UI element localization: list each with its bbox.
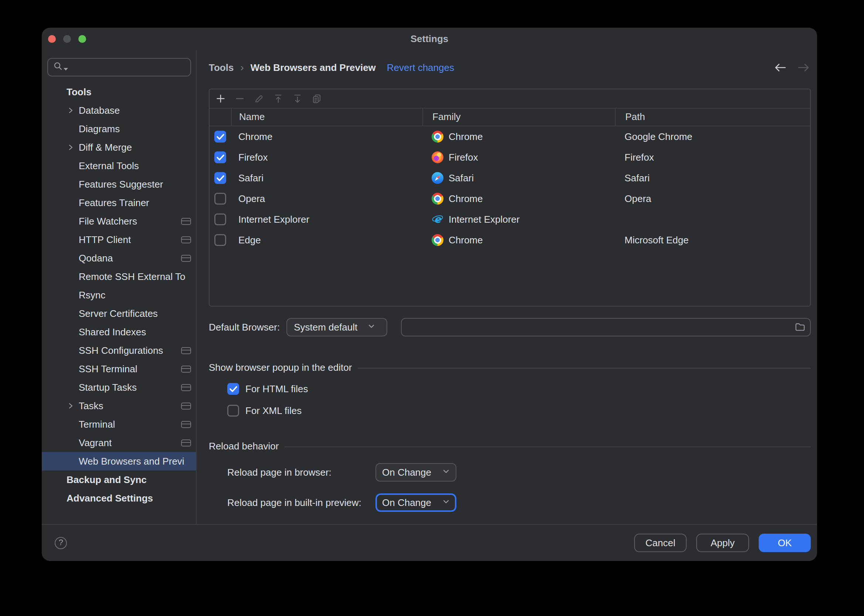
sidebar-item[interactable]: Terminal	[42, 415, 196, 434]
sidebar-item[interactable]: Web Browsers and Previ	[42, 452, 196, 470]
chevron-right-icon[interactable]	[66, 106, 79, 115]
sidebar-item[interactable]: Features Suggester	[42, 175, 196, 193]
browser-path-input[interactable]	[406, 322, 795, 333]
sidebar-item[interactable]: HTTP Client	[42, 231, 196, 249]
browser-enabled-checkbox[interactable]	[214, 172, 226, 184]
browser-enabled-checkbox[interactable]	[214, 151, 226, 163]
popup-group-title: Show browser popup in the editor	[209, 362, 352, 373]
sidebar-item[interactable]: Backup and Sync	[42, 470, 196, 489]
table-row[interactable]: Safari Safari Safari	[209, 168, 810, 189]
sidebar-item[interactable]: Diagrams	[42, 119, 196, 138]
browse-folder-button[interactable]	[795, 322, 806, 333]
back-arrow-icon[interactable]	[773, 62, 787, 74]
option-checkbox[interactable]	[227, 383, 239, 395]
reload-combobox[interactable]: On Change	[375, 493, 456, 512]
sidebar-item-label: Shared Indexes	[79, 327, 146, 338]
forward-arrow-icon[interactable]	[797, 62, 811, 74]
browser-family: Firefox	[449, 152, 478, 163]
table-row[interactable]: Opera Chrome Opera	[209, 189, 810, 209]
default-browser-combobox[interactable]: System default	[286, 318, 387, 336]
settings-sidebar: Tools Database Diagrams Diff & Merge Ext…	[42, 50, 197, 524]
add-button[interactable]	[216, 93, 226, 104]
search-icon	[53, 61, 63, 74]
sidebar-item[interactable]: Vagrant	[42, 434, 196, 452]
sidebar-item[interactable]: Features Trainer	[42, 193, 196, 212]
sidebar-item[interactable]: Rsync	[42, 286, 196, 304]
browser-enabled-checkbox[interactable]	[214, 234, 226, 246]
table-row[interactable]: Chrome Chrome Google Chrome	[209, 126, 810, 147]
sidebar-item[interactable]: SSH Terminal	[42, 360, 196, 378]
reload-group: Reload behavior Reload page in browser: …	[209, 440, 811, 512]
default-browser-label: Default Browser:	[209, 322, 280, 333]
dialog-footer: ? Cancel Apply OK	[42, 524, 817, 561]
edit-button[interactable]	[254, 93, 264, 104]
combobox-value: System default	[294, 322, 357, 333]
sidebar-item[interactable]: Remote SSH External To	[42, 267, 196, 286]
sidebar-item[interactable]: External Tools	[42, 157, 196, 175]
project-level-icon	[181, 236, 191, 244]
browser-family-icon	[432, 234, 444, 246]
table-row[interactable]: Firefox Firefox Firefox	[209, 147, 810, 168]
table-row[interactable]: Edge Chrome Microsoft Edge	[209, 230, 810, 250]
project-level-icon	[181, 347, 191, 354]
sidebar-item-label: Server Certificates	[79, 308, 158, 319]
reload-combobox[interactable]: On Change	[375, 463, 456, 482]
sidebar-item[interactable]: Tools	[42, 83, 196, 101]
browser-family-icon	[432, 172, 444, 184]
revert-changes-link[interactable]: Revert changes	[387, 62, 454, 74]
sidebar-item[interactable]: Advanced Settings	[42, 489, 196, 508]
sidebar-item[interactable]: Server Certificates	[42, 304, 196, 323]
breadcrumb: Tools › Web Browsers and Preview Revert …	[209, 58, 811, 77]
search-filter-caret-icon[interactable]	[64, 68, 68, 71]
browser-enabled-checkbox[interactable]	[214, 193, 226, 204]
column-header-path: Path	[615, 108, 810, 126]
settings-search-box[interactable]	[47, 58, 191, 77]
option-label: For HTML files	[246, 383, 308, 395]
project-level-icon	[181, 421, 191, 428]
remove-button[interactable]	[234, 93, 245, 104]
titlebar[interactable]: Settings	[42, 28, 817, 50]
sidebar-item[interactable]: Startup Tasks	[42, 378, 196, 397]
reload-rows: Reload page in browser: On Change Reload…	[209, 463, 811, 512]
sidebar-item[interactable]: File Watchers	[42, 212, 196, 231]
table-row[interactable]: Internet Explorer e Internet Explorer	[209, 209, 810, 230]
firefox-icon	[432, 151, 444, 163]
sidebar-item-label: Vagrant	[79, 437, 112, 449]
sidebar-item[interactable]: Diff & Merge	[42, 138, 196, 157]
duplicate-button[interactable]	[312, 93, 322, 104]
help-button[interactable]: ?	[55, 537, 67, 549]
apply-button[interactable]: Apply	[696, 534, 749, 552]
chevron-right-icon[interactable]	[66, 143, 79, 151]
chevron-down-icon	[442, 497, 450, 509]
sidebar-item[interactable]: Database	[42, 101, 196, 119]
breadcrumb-tools[interactable]: Tools	[209, 62, 234, 74]
browser-path: Safari	[615, 173, 810, 184]
browser-enabled-checkbox[interactable]	[214, 131, 226, 143]
browser-path: Firefox	[615, 152, 810, 163]
browser-name: Firefox	[231, 152, 422, 163]
sidebar-item[interactable]: Tasks	[42, 397, 196, 415]
sidebar-item-label: Advanced Settings	[66, 493, 153, 504]
sidebar-item[interactable]: Shared Indexes	[42, 323, 196, 341]
search-input[interactable]	[70, 62, 186, 73]
ok-button[interactable]: OK	[759, 534, 811, 552]
browser-name: Safari	[231, 173, 422, 184]
sidebar-item[interactable]: Qodana	[42, 249, 196, 267]
browser-enabled-checkbox[interactable]	[214, 214, 226, 225]
default-browser-row: Default Browser: System default	[209, 318, 811, 336]
chrome-icon	[432, 234, 444, 246]
default-browser-path-field[interactable]	[401, 318, 811, 336]
move-down-button[interactable]	[292, 93, 303, 104]
cancel-button[interactable]: Cancel	[634, 534, 687, 552]
browser-family-icon: e	[432, 214, 444, 225]
combobox-value: On Change	[382, 467, 431, 478]
option-checkbox[interactable]	[227, 405, 239, 416]
checkbox-option[interactable]: For HTML files	[227, 382, 811, 396]
chevron-right-icon[interactable]	[66, 402, 79, 410]
checkbox-option[interactable]: For XML files	[227, 404, 811, 417]
sidebar-item[interactable]: SSH Configurations	[42, 341, 196, 360]
browser-family: Chrome	[449, 193, 483, 204]
settings-content: Tools › Web Browsers and Preview Revert …	[197, 50, 817, 524]
move-up-button[interactable]	[273, 93, 283, 104]
browser-family: Chrome	[449, 234, 483, 246]
